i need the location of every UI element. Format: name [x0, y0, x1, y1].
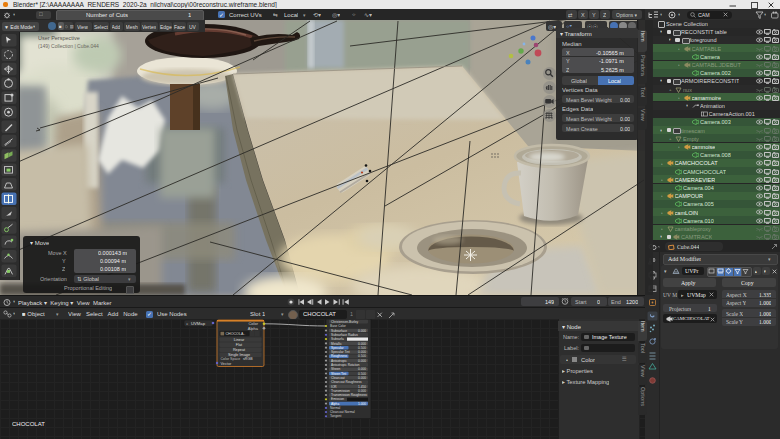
svg-text:sRGB: sRGB	[243, 357, 253, 361]
svg-text:CHOCOLA..: CHOCOLA..	[226, 332, 246, 336]
svg-text:Tangent: Tangent	[330, 414, 341, 418]
svg-text:0.000: 0.000	[358, 329, 366, 333]
svg-text:Alpha: Alpha	[248, 326, 259, 331]
svg-text:Christensen-Burley: Christensen-Burley	[331, 320, 359, 324]
svg-text:Vector: Vector	[221, 362, 232, 366]
svg-text:UVMap: UVMap	[191, 321, 206, 326]
svg-text:Flat: Flat	[236, 343, 243, 347]
svg-text:Repeat: Repeat	[233, 348, 246, 352]
svg-text:▸: ▸	[187, 322, 189, 326]
svg-text:Color Space: Color Space	[221, 357, 241, 361]
svg-text:1.000: 1.000	[358, 402, 366, 406]
svg-text:Linear: Linear	[234, 338, 245, 342]
